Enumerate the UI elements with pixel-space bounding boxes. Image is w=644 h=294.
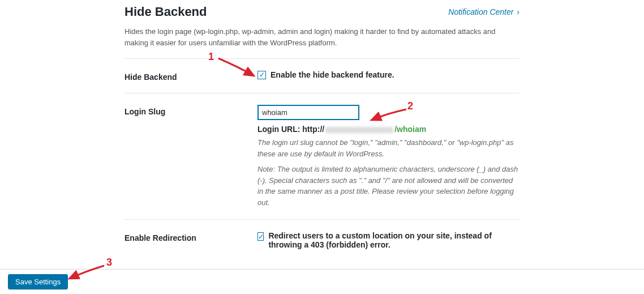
save-settings-button[interactable]: Save Settings (8, 274, 68, 289)
enable-redirection-checkbox-label: Redirect users to a custom location on y… (268, 231, 520, 249)
enable-redirection-checkbox[interactable] (257, 232, 264, 241)
intro-text: Hides the login page (wp-login.php, wp-a… (124, 26, 520, 48)
login-slug-desc1: The login url slug cannot be "login," "a… (257, 137, 520, 159)
login-url-slug: /whoiam (394, 125, 426, 134)
page-title: Hide Backend (124, 5, 207, 19)
notification-center-label: Notification Center (448, 7, 513, 16)
login-slug-label: Login Slug (124, 105, 257, 208)
hide-backend-label: Hide Backend (124, 70, 257, 82)
enable-hide-backend-checkbox[interactable] (257, 71, 266, 79)
login-url-display: Login URL: http:///whoiam (257, 125, 520, 134)
login-slug-input[interactable] (257, 105, 359, 120)
login-slug-desc2: Note: The output is limited to alphanume… (257, 164, 520, 208)
notification-center-link[interactable]: Notification Center › (448, 7, 520, 16)
enable-hide-backend-checkbox-label: Enable the hide backend feature. (271, 70, 394, 79)
login-url-prefix: Login URL: http:// (257, 125, 324, 134)
blurred-domain (325, 127, 393, 133)
enable-redirection-label: Enable Redirection (124, 231, 257, 249)
chevron-right-icon: › (517, 7, 520, 16)
